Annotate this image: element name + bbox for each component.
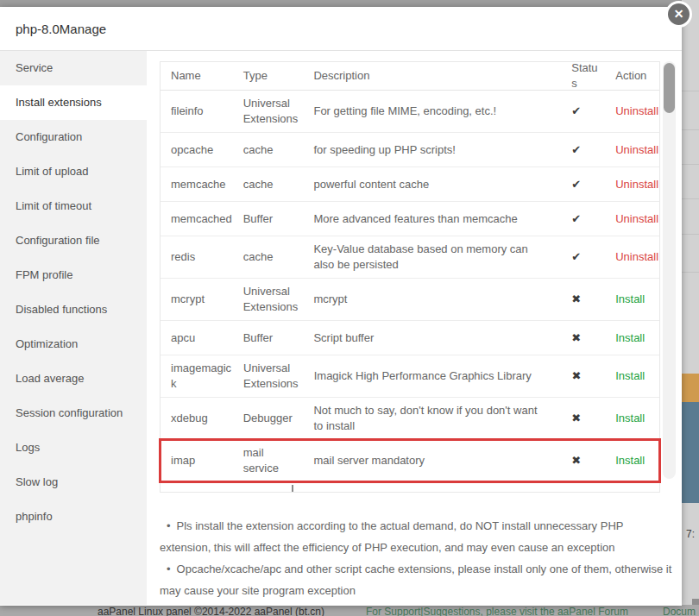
note-item: •Pls install the extension according to … [160,515,675,558]
extension-description: mail server mandatory [313,454,425,467]
table-row: memcached Buffer More advanced features … [161,202,659,236]
table-row: imagemagick Universal Extensions Imagick… [161,355,659,398]
extension-name: opcache [171,143,213,156]
extension-type: cache [243,178,274,191]
clipped-next-row [161,481,659,492]
extension-type: Buffer [243,212,273,225]
extension-name: imap [171,454,195,467]
notes-section: •Pls install the extension according to … [160,515,675,601]
background-divider [682,198,699,199]
extension-type: Universal Extensions [243,361,299,390]
extension-name: fileinfo [171,104,204,117]
extension-name: memcached [171,212,232,225]
sidebar-item-install-extensions[interactable]: Install extensions [0,85,147,120]
sidebar-item-fpm-profile[interactable]: FPM profile [0,258,147,292]
sidebar-item-configuration[interactable]: Configuration [0,120,147,154]
background-page-edge: 7: [682,0,699,616]
footer-docs-link[interactable]: Docum [663,606,696,616]
installed-check-icon: ✔ [571,250,581,263]
sidebar-item-logs[interactable]: Logs [0,431,147,465]
sidebar-item-slow-log[interactable]: Slow log [0,465,147,500]
extensions-table: Name Type Description Status Action file… [160,61,660,493]
install-link[interactable]: Install [615,454,645,467]
not-installed-cross-icon: ✖ [571,331,581,344]
extension-name: memcache [171,178,226,191]
background-divider [682,234,699,235]
extension-type: cache [243,250,274,263]
install-link[interactable]: Install [615,292,645,305]
extension-type: Buffer [243,331,273,344]
background-divider [682,91,699,91]
installed-check-icon: ✔ [571,212,581,225]
background-divider [682,164,699,165]
background-orange-block [682,374,699,402]
uninstall-link[interactable]: Uninstall [615,250,658,263]
uninstall-link[interactable]: Uninstall [615,104,658,117]
table-row: mcrypt Universal Extensions mcrypt ✖ Ins… [161,279,659,321]
extension-type: Universal Extensions [243,285,299,313]
extension-name: redis [171,250,195,263]
footer-support-link[interactable]: For Support|Suggestions, please visit th… [366,606,628,616]
install-link[interactable]: Install [615,331,645,344]
column-header-action: Action [605,68,659,84]
sidebar-item-load-average[interactable]: Load average [0,361,147,396]
column-header-type: Type [236,68,305,84]
extension-description: More advanced features than memcache [313,212,517,225]
extension-description: for speeding up PHP scripts! [313,143,456,156]
table-header-row: Name Type Description Status Action [161,62,659,91]
table-row: xdebug Debugger Not much to say, don't k… [161,398,659,440]
content-panel: Name Type Description Status Action file… [147,51,682,605]
sidebar-item-configuration-file[interactable]: Configuration file [0,223,147,258]
extension-name: xdebug [171,412,208,424]
table-row: memcache cache powerful content cache ✔ … [161,167,659,202]
background-time-fragment: 7: [686,528,695,540]
not-installed-cross-icon: ✖ [571,369,581,382]
install-link[interactable]: Install [615,412,645,424]
not-installed-cross-icon: ✖ [571,412,581,424]
table-scrollbar-track[interactable] [663,61,676,479]
extension-description: Imagick High Performance Graphics Librar… [314,369,532,382]
extension-type: Debugger [243,412,293,424]
extension-description: Script buffer [313,331,374,344]
extension-type: cache [243,143,274,156]
sidebar-item-phpinfo[interactable]: phpinfo [0,500,147,534]
extension-name: imagemagick [171,361,231,390]
table-scrollbar-thumb[interactable] [664,63,675,113]
extension-description: Key-Value database based on memory can a… [313,242,527,271]
table-row: opcache cache for speeding up PHP script… [161,133,659,167]
background-blue-block [682,402,699,503]
sidebar-item-service[interactable]: Service [0,51,147,85]
not-installed-cross-icon: ✖ [571,454,581,467]
php-manage-modal: php-8.0Manage ServiceInstall extensionsC… [0,7,682,606]
extension-description: For getting file MIME, encoding, etc.! [313,104,496,117]
extension-name: mcrypt [171,292,205,305]
uninstall-link[interactable]: Uninstall [615,212,658,225]
column-header-status: Status [557,60,605,91]
close-icon[interactable]: ✕ [665,1,692,28]
installed-check-icon: ✔ [571,104,581,117]
installed-check-icon: ✔ [571,178,581,191]
not-installed-cross-icon: ✖ [571,292,581,305]
uninstall-link[interactable]: Uninstall [615,143,658,156]
sidebar-item-limit-of-timeout[interactable]: Limit of timeout [0,189,147,223]
table-row: apcu Buffer Script buffer ✖ Install [161,321,659,355]
column-header-name: Name [161,68,236,84]
background-divider [682,272,699,273]
page-footer: aaPanel Linux panel ©2014-2022 aaPanel (… [0,605,699,616]
uninstall-link[interactable]: Uninstall [615,178,658,191]
sidebar-item-limit-of-upload[interactable]: Limit of upload [0,154,147,189]
table-row-highlighted: imap mail service mail server mandatory … [161,440,659,481]
sidebar-item-session-configuration[interactable]: Session configuration [0,396,147,431]
sidebar-item-disabled-functions[interactable]: Disabled functions [0,292,147,327]
sidebar: ServiceInstall extensionsConfigurationLi… [0,51,147,605]
footer-copyright: aaPanel Linux panel ©2014-2022 aaPanel (… [98,606,324,616]
clipped-row-fragment [292,485,293,492]
modal-header: php-8.0Manage [0,7,682,51]
install-link[interactable]: Install [615,369,645,382]
extension-description: mcrypt [313,292,347,305]
table-row: fileinfo Universal Extensions For gettin… [161,91,659,133]
modal-title: php-8.0Manage [0,7,682,51]
installed-check-icon: ✔ [571,143,581,156]
extensions-table-body: fileinfo Universal Extensions For gettin… [161,91,659,481]
sidebar-item-optimization[interactable]: Optimization [0,327,147,361]
